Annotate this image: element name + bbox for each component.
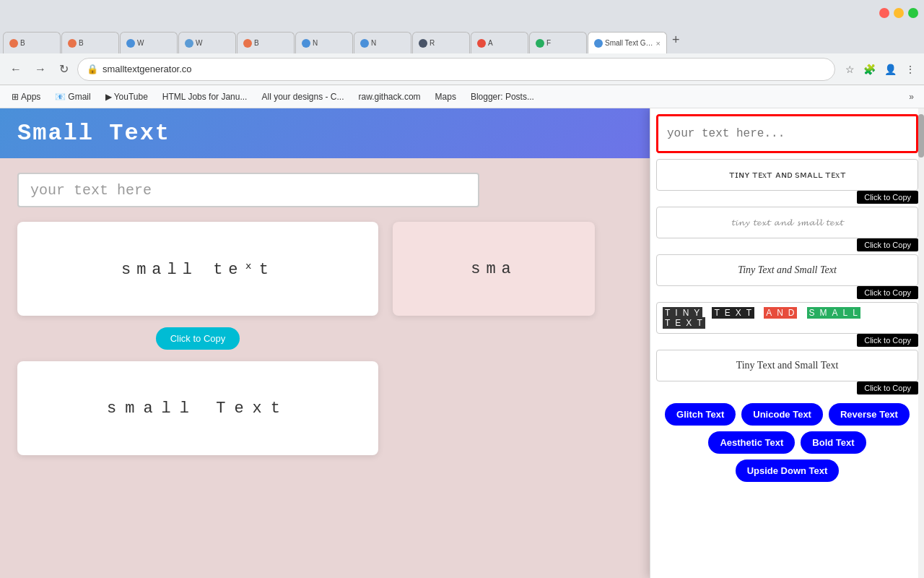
tool-buttons-group: Glitch Text Unicode Text Reverse Text Ae…: [656, 397, 918, 488]
tab-6[interactable]: N: [295, 32, 353, 53]
tab-label: W: [196, 39, 230, 47]
tab-favicon: [243, 39, 252, 48]
bookmark-label: YouTube: [114, 92, 148, 102]
bookmark-label: Gmail: [68, 92, 90, 102]
youtube-icon: ▶: [105, 92, 112, 102]
tab-label: N: [371, 39, 405, 47]
popup-text-input[interactable]: [658, 116, 916, 151]
tab-label: B: [254, 39, 288, 47]
bookmark-label: All your designs - C...: [261, 92, 344, 102]
menu-icon[interactable]: ⋮: [902, 61, 918, 78]
star-icon[interactable]: ☆: [842, 61, 858, 78]
tab-label: B: [20, 39, 54, 47]
aesthetic-text-button[interactable]: Aesthetic Text: [708, 431, 795, 454]
result-row-4: TINY TEXT AND SMALL TEXT Click to Copy: [656, 302, 918, 347]
small-text-card-3: sma: [393, 222, 595, 316]
tab-favicon: [68, 39, 77, 48]
result-box-1: ᴛɪɴʏ ᴛᴇxᴛ ᴀɴᴅ ꜱᴍᴀʟʟ ᴛᴇxᴛ: [656, 159, 918, 191]
tab-label: W: [137, 39, 171, 47]
window-controls: [879, 8, 918, 18]
address-bar[interactable]: 🔒 smalltextgenerator.co: [77, 58, 835, 81]
scrollbar-thumb[interactable]: [918, 114, 924, 158]
tab-8[interactable]: R: [412, 32, 470, 53]
bookmark-html-jobs[interactable]: HTML Jobs for Janu...: [157, 90, 253, 103]
bookmark-maps[interactable]: Maps: [430, 90, 462, 103]
result-row-5: Tiny Text and Small Text Click to Copy: [656, 350, 918, 394]
title-bar: [0, 0, 924, 26]
popup-content: ᴛɪɴʏ ᴛᴇxᴛ ᴀɴᴅ ꜱᴍᴀʟʟ ᴛᴇxᴛ Click to Copy 𝓽…: [650, 108, 924, 578]
bookmark-designs[interactable]: All your designs - C...: [256, 90, 349, 103]
tab-favicon: [477, 39, 486, 48]
minimize-button[interactable]: [894, 8, 904, 18]
result-box-5: Tiny Text and Small Text: [656, 350, 918, 381]
result-box-4: TINY TEXT AND SMALL TEXT: [656, 302, 918, 334]
profile-icon[interactable]: 👤: [881, 61, 899, 78]
bookmark-gmail[interactable]: 📧 Gmail: [49, 90, 96, 103]
refresh-button[interactable]: ↻: [55, 59, 73, 79]
result-row-1: ᴛɪɴʏ ᴛᴇxᴛ ᴀɴᴅ ꜱᴍᴀʟʟ ᴛᴇxᴛ Click to Copy: [656, 159, 918, 204]
copy-button-result-4[interactable]: Click to Copy: [857, 334, 918, 347]
tab-label: R: [430, 39, 463, 47]
tab-4[interactable]: W: [178, 32, 236, 53]
result-box-3: Tiny Text and Small Text: [656, 254, 918, 286]
main-text-input[interactable]: [17, 173, 479, 207]
url-text: smalltextgenerator.co: [103, 64, 826, 74]
tab-label: A: [488, 39, 522, 47]
result-row-3: Tiny Text and Small Text Click to Copy: [656, 254, 918, 299]
bookmark-githack[interactable]: raw.githack.com: [353, 90, 427, 103]
tab-small-text-active[interactable]: Small Text Gen... ×: [588, 32, 667, 53]
close-button[interactable]: [879, 8, 889, 18]
small-text-card-2: small Text: [17, 361, 378, 455]
bookmark-label: Apps: [21, 92, 40, 102]
bookmarks-more[interactable]: »: [905, 90, 918, 103]
result-box-2: 𝓽𝓲𝓷𝔂 𝓽𝓮𝔁𝓽 𝓪𝓷𝓭 𝓼𝓶𝓪𝓵𝓵 𝓽𝓮𝔁𝓽: [656, 207, 918, 238]
glitch-text-button[interactable]: Glitch Text: [665, 403, 736, 426]
bold-text-button[interactable]: Bold Text: [801, 431, 866, 454]
lock-icon: 🔒: [87, 64, 98, 74]
tab-blogger-2[interactable]: B: [61, 32, 119, 53]
back-button[interactable]: ←: [6, 60, 26, 79]
copy-button-1[interactable]: Click to Copy: [156, 327, 240, 350]
bookmark-label: HTML Jobs for Janu...: [162, 92, 248, 102]
tab-blogger-1[interactable]: B: [3, 32, 61, 53]
tab-5[interactable]: B: [237, 32, 295, 53]
site-title: Small Text: [17, 120, 170, 147]
extension-icon[interactable]: 🧩: [860, 61, 879, 78]
tab-7[interactable]: N: [354, 32, 411, 53]
result-text-5: Tiny Text and Small Text: [736, 360, 839, 371]
forward-button[interactable]: →: [30, 60, 51, 79]
card-text: small teˣt: [121, 259, 274, 279]
tab-10[interactable]: F: [529, 32, 587, 53]
result-text-1: ᴛɪɴʏ ᴛᴇxᴛ ᴀɴᴅ ꜱᴍᴀʟʟ ᴛᴇxᴛ: [729, 169, 846, 181]
tab-favicon: [185, 39, 193, 48]
browser-window: B B W W B N N R: [0, 0, 924, 578]
result-row-2: 𝓽𝓲𝓷𝔂 𝓽𝓮𝔁𝓽 𝓪𝓷𝓭 𝓼𝓶𝓪𝓵𝓵 𝓽𝓮𝔁𝓽 Click to Copy: [656, 207, 918, 251]
copy-button-result-2[interactable]: Click to Copy: [857, 238, 918, 251]
bookmark-blogger[interactable]: Blogger: Posts...: [465, 90, 540, 103]
result-text-4: TINY TEXT AND SMALL TEXT: [663, 308, 912, 328]
reverse-text-button[interactable]: Reverse Text: [829, 403, 910, 426]
tab-close-icon[interactable]: ×: [656, 39, 661, 48]
bookmark-label: Maps: [435, 92, 456, 102]
apps-icon: ⊞: [12, 92, 19, 102]
gmail-icon: 📧: [55, 92, 66, 102]
copy-button-result-1[interactable]: Click to Copy: [857, 191, 918, 204]
bookmark-apps[interactable]: ⊞ Apps: [6, 90, 46, 103]
small-text-card-1: small teˣt: [17, 222, 378, 316]
tab-9[interactable]: A: [471, 32, 528, 53]
maximize-button[interactable]: [908, 8, 918, 18]
copy-button-result-3[interactable]: Click to Copy: [857, 286, 918, 299]
popup-panel: ᴛɪɴʏ ᴛᴇxᴛ ᴀɴᴅ ꜱᴍᴀʟʟ ᴛᴇxᴛ Click to Copy 𝓽…: [650, 108, 924, 578]
bookmarks-bar: ⊞ Apps 📧 Gmail ▶ YouTube HTML Jobs for J…: [0, 85, 924, 108]
tab-blogger-3[interactable]: W: [120, 32, 178, 53]
unicode-text-button[interactable]: Unicode Text: [741, 403, 823, 426]
tab-favicon: [126, 39, 135, 48]
copy-button-result-5[interactable]: Click to Copy: [857, 381, 918, 394]
nav-icons: ☆ 🧩 👤 ⋮: [842, 61, 918, 78]
popup-scrollbar[interactable]: [918, 108, 924, 578]
tab-favicon: [360, 39, 369, 48]
bookmark-youtube[interactable]: ▶ YouTube: [100, 90, 154, 103]
new-tab-button[interactable]: +: [668, 33, 684, 48]
upside-down-text-button[interactable]: Upside Down Text: [736, 460, 840, 482]
tab-favicon: [9, 39, 18, 48]
